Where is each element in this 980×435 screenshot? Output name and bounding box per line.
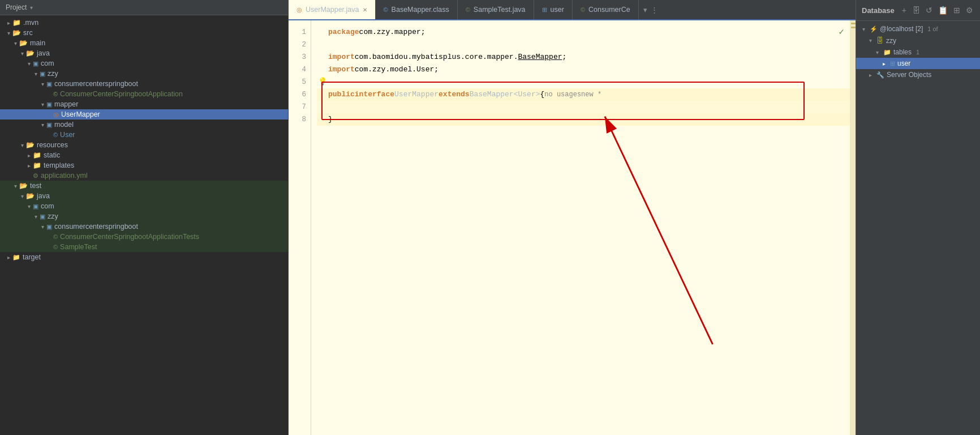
db-copy-button[interactable]: 📋: [937, 5, 949, 16]
tree-item-mvn[interactable]: 📁 .mvn: [0, 18, 288, 28]
tree-item-ConsumerCenterSpringbootApplication[interactable]: © ConsumerCenterSpringbootApplication: [0, 89, 288, 99]
db-layout-button[interactable]: ⊞: [952, 5, 961, 16]
tree-item-test[interactable]: 📂 test: [0, 181, 288, 191]
tree-item-User[interactable]: © User: [0, 130, 288, 140]
db-label-user-table: user: [897, 59, 910, 67]
tab-SampleTest[interactable]: © SampleTest.java: [458, 0, 534, 19]
db-item-tables[interactable]: 📁 tables 1: [856, 46, 980, 58]
tab-icon-UserMapper: ◎: [296, 6, 302, 14]
folder-icon-main: 📂: [19, 39, 28, 47]
tree-item-test-com[interactable]: ▣ com: [0, 201, 288, 211]
editor-scrollbar[interactable]: [850, 20, 856, 435]
code-editor[interactable]: package com.zzy.mapper; import com.baomi…: [311, 20, 850, 435]
label-resources: resources: [37, 141, 68, 149]
code-line-1: package com.zzy.mapper;: [317, 26, 850, 39]
tree-item-com[interactable]: ▣ com: [0, 58, 288, 69]
tab-overflow[interactable]: ▾ ⋮: [639, 0, 663, 19]
keyword-interface: interface: [355, 88, 394, 101]
tab-UserMapper[interactable]: ◎ UserMapper.java ✕: [289, 0, 376, 20]
arrow-resources: [18, 142, 26, 148]
db-datasource-button[interactable]: 🗄: [911, 5, 921, 16]
class-BaseMapper: BaseMapper: [470, 88, 514, 101]
db-label-zzy-schema: zzy: [886, 37, 896, 45]
tree-item-consumercenterspringboot[interactable]: ▣ consumercenterspringboot: [0, 79, 288, 89]
editor-checkmark: ✓: [839, 26, 844, 39]
label-application-yml: application.yml: [41, 172, 88, 180]
arrow-java: [18, 50, 26, 57]
tree-item-resources[interactable]: 📂 resources: [0, 140, 288, 150]
tree-item-ConsumerCenterSpringbootApplicationTests[interactable]: © ConsumerCenterSpringbootApplicationTes…: [0, 232, 288, 242]
db-badge-tables: 1: [916, 49, 919, 56]
tree-item-UserMapper[interactable]: ◎ UserMapper: [0, 109, 288, 120]
tree-item-test-consumercenterspringboot[interactable]: ▣ consumercenterspringboot: [0, 221, 288, 232]
tab-close-UserMapper[interactable]: ✕: [363, 7, 367, 13]
project-sidebar: Project ▾ 📁 .mvn 📂 src 📂 main: [0, 0, 289, 435]
tree-item-main[interactable]: 📂 main: [0, 38, 288, 48]
tree-item-src[interactable]: 📂 src: [0, 28, 288, 38]
db-item-server-objects[interactable]: 🔧 Server Objects: [856, 69, 980, 80]
db-add-button[interactable]: +: [901, 5, 908, 16]
arrow-tables: [873, 49, 881, 56]
tree-item-application-yml[interactable]: ⚙ application.yml: [0, 170, 288, 181]
folder-icon-static: 📁: [33, 151, 41, 159]
scrollbar-marker-1: [851, 23, 856, 24]
bulb-icon[interactable]: 💡: [318, 76, 327, 88]
file-icon-ConsumerCenterSpringbootApplicationTests: ©: [53, 233, 58, 240]
db-icon-zzy-schema: 🗄: [876, 36, 884, 45]
db-refresh-button[interactable]: ↺: [925, 5, 934, 16]
project-chevron-icon[interactable]: ▾: [30, 5, 33, 11]
pkg-icon-test-com: ▣: [33, 203, 38, 210]
label-test-zzy: zzy: [48, 212, 58, 220]
tree-item-test-java[interactable]: 📂 java: [0, 191, 288, 201]
project-tree: 📁 .mvn 📂 src 📂 main 📂 java: [0, 15, 288, 435]
arrow-test-consumercenterspringboot: [38, 224, 46, 230]
db-item-zzy-schema[interactable]: 🗄 zzy: [856, 35, 980, 46]
tab-icon-BaseMapper: ©: [384, 6, 388, 13]
folder-icon-target: 📁: [12, 254, 20, 261]
tab-icon-ConsumerCe: ©: [581, 6, 585, 13]
tab-BaseMapper[interactable]: © BaseMapper.class: [376, 0, 458, 19]
db-item-user-table[interactable]: ⊞ user: [856, 58, 980, 69]
tree-item-zzy[interactable]: ▣ zzy: [0, 69, 288, 79]
arrow-com: [25, 61, 33, 67]
db-settings-button[interactable]: ⚙: [965, 5, 974, 16]
label-consumercenterspringboot: consumercenterspringboot: [54, 80, 138, 88]
pkg-icon-com: ▣: [33, 60, 38, 67]
label-test: test: [30, 182, 41, 190]
tab-overflow-chevron-icon: ▾: [643, 6, 647, 14]
code-text-4: com.zzy.model.User;: [355, 63, 439, 76]
tree-item-model[interactable]: ▣ model: [0, 120, 288, 130]
file-icon-SampleTest: ©: [53, 244, 58, 250]
tab-ConsumerCe[interactable]: © ConsumerCe: [573, 0, 639, 19]
arrow-static: [25, 152, 33, 159]
editor-content: 1 2 3 4 5 6 7 8 package com.zzy.mapper; …: [289, 20, 856, 435]
folder-icon-test-java: 📂: [26, 192, 35, 200]
label-ConsumerCenterSpringbootApplicationTests: ConsumerCenterSpringbootApplicationTests: [60, 233, 199, 241]
folder-icon-src: 📂: [12, 29, 21, 37]
project-header[interactable]: Project ▾: [0, 0, 288, 15]
folder-icon-java: 📂: [26, 49, 35, 57]
arrow-user-table: [880, 61, 888, 67]
tree-item-static[interactable]: 📁 static: [0, 150, 288, 160]
tree-item-java[interactable]: 📂 java: [0, 48, 288, 58]
tree-item-templates[interactable]: 📁 templates: [0, 160, 288, 170]
tree-item-mapper[interactable]: ▣ mapper: [0, 99, 288, 109]
db-label-tables: tables: [893, 48, 912, 56]
arrow-mapper: [38, 101, 46, 108]
code-line-3: import com.baomidou.mybatisplus.core.map…: [317, 51, 850, 63]
label-mapper: mapper: [54, 100, 78, 108]
svg-line-1: [605, 117, 713, 344]
label-mvn: .mvn: [23, 19, 38, 27]
tree-item-SampleTest[interactable]: © SampleTest: [0, 242, 288, 252]
tab-label-user: user: [551, 6, 564, 14]
db-item-localhost[interactable]: ⚡ @localhost [2] 1 of: [856, 23, 980, 35]
database-panel-title: Database: [862, 6, 895, 15]
editor-area: ◎ UserMapper.java ✕ © BaseMapper.class ©…: [289, 0, 856, 435]
tree-item-target[interactable]: 📁 target: [0, 252, 288, 262]
tab-user[interactable]: ⊞ user: [534, 0, 573, 19]
database-panel-header: Database + 🗄 ↺ 📋 ⊞ ⚙: [856, 0, 980, 21]
arrow-src: [5, 30, 12, 36]
tree-item-test-zzy[interactable]: ▣ zzy: [0, 211, 288, 221]
arrow-zzy: [32, 71, 40, 77]
tab-icon-SampleTest: ©: [466, 6, 470, 13]
